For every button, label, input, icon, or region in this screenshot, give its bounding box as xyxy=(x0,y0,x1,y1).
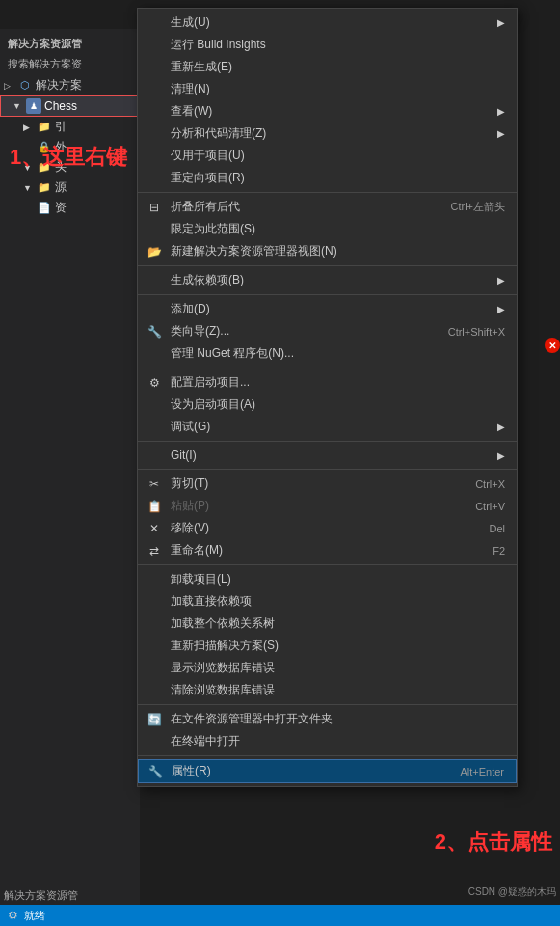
res-icon: 📄 xyxy=(37,201,52,216)
menu-item[interactable]: 🔧属性(R)Alt+Enter xyxy=(138,759,517,783)
menu-item[interactable]: 管理 NuGet 程序包(N)... xyxy=(138,342,517,365)
submenu-arrow-icon: ▶ xyxy=(497,128,505,139)
submenu-arrow-icon: ▶ xyxy=(497,422,505,432)
menu-item-text: 重定向项目(R) xyxy=(171,170,505,186)
menu-item-text: 粘贴(P) xyxy=(171,498,464,514)
menu-item[interactable]: 调试(G)▶ xyxy=(138,416,517,438)
menu-divider xyxy=(138,294,517,295)
menu-item[interactable]: 加载整个依赖关系树 xyxy=(138,613,517,635)
menu-item[interactable]: 清除浏览数据库错误 xyxy=(138,679,517,701)
menu-item[interactable]: 重定向项目(R) xyxy=(138,167,517,189)
watermark: CSDN @疑惑的木玛 xyxy=(468,885,556,899)
sidebar-item-src[interactable]: ▼ 📁 源 xyxy=(0,177,140,198)
menu-item-text: Git(I) xyxy=(171,449,493,462)
annotation-label-2: 2、点击属性 xyxy=(435,828,552,857)
menu-item[interactable]: 生成(U)▶ xyxy=(138,12,517,34)
menu-item-text: 属性(R) xyxy=(172,763,448,779)
menu-item[interactable]: 📂新建解决方案资源管理器视图(N) xyxy=(138,240,517,262)
cut-icon: ✂ xyxy=(146,477,163,491)
menu-item[interactable]: 限定为此范围(S) xyxy=(138,218,517,240)
menu-item-text: 仅用于项目(U) xyxy=(171,148,505,164)
src-arrow: ▼ xyxy=(23,183,37,193)
menu-item[interactable]: Git(I)▶ xyxy=(138,445,517,466)
menu-item[interactable]: 运行 Build Insights xyxy=(138,34,517,56)
submenu-arrow-icon: ▶ xyxy=(497,304,505,314)
menu-divider xyxy=(138,755,517,756)
ref-arrow: ▶ xyxy=(23,123,37,132)
menu-item-text: 卸载项目(L) xyxy=(171,571,505,587)
menu-item[interactable]: 查看(W)▶ xyxy=(138,100,517,123)
menu-item[interactable]: 添加(D)▶ xyxy=(138,298,517,320)
solution-footer-label: 解决方案资源管 xyxy=(4,888,78,903)
menu-shortcut: Ctrl+V xyxy=(475,501,505,512)
status-text: 就绪 xyxy=(24,909,45,923)
sidebar-item-ref[interactable]: ▶ 📁 引 xyxy=(0,117,140,137)
menu-item[interactable]: ⚙配置启动项目... xyxy=(138,371,517,394)
menu-divider xyxy=(138,564,517,565)
menu-item-text: 加载直接依赖项 xyxy=(171,593,505,610)
menu-item[interactable]: 清理(N) xyxy=(138,78,517,100)
bottom-bar: ⚙ 就绪 xyxy=(0,905,560,926)
settings-icon: ⚙ xyxy=(146,376,163,390)
menu-item-text: 在终端中打开 xyxy=(171,733,505,749)
sidebar-title: 解决方案资源管 xyxy=(0,33,140,55)
res-label: 资 xyxy=(55,200,67,216)
src-icon: 📁 xyxy=(37,180,52,196)
src-label: 源 xyxy=(55,179,67,196)
menu-item[interactable]: 重新生成(E) xyxy=(138,56,517,78)
menu-divider xyxy=(138,368,517,368)
menu-item[interactable]: 📋粘贴(P)Ctrl+V xyxy=(138,495,517,517)
menu-item[interactable]: 生成依赖项(B)▶ xyxy=(138,269,517,291)
menu-item[interactable]: 加载直接依赖项 xyxy=(138,590,517,613)
menu-item[interactable]: 显示浏览数据库错误 xyxy=(138,657,517,679)
menu-item-text: 加载整个依赖关系树 xyxy=(171,615,505,632)
submenu-arrow-icon: ▶ xyxy=(497,17,505,28)
sidebar-arrow: ▷ xyxy=(4,81,17,91)
menu-item[interactable]: ✕移除(V)Del xyxy=(138,517,517,539)
submenu-arrow-icon: ▶ xyxy=(497,275,505,286)
menu-item[interactable]: 🔄在文件资源管理器中打开文件夹 xyxy=(138,708,517,730)
refresh-icon: 🔄 xyxy=(146,713,163,726)
menu-item[interactable]: 在终端中打开 xyxy=(138,730,517,752)
context-menu-container: 生成(U)▶运行 Build Insights重新生成(E)清理(N)查看(W)… xyxy=(137,8,518,787)
menu-item[interactable]: ⇄重命名(M)F2 xyxy=(138,539,517,561)
collapse-icon: ⊟ xyxy=(146,201,163,214)
menu-item-text: 配置启动项目... xyxy=(171,374,505,391)
explorer-icon: 📂 xyxy=(146,245,163,259)
menu-item-text: 管理 NuGet 程序包(N)... xyxy=(171,345,505,362)
annotation-label-1: 1、这里右键 xyxy=(10,143,127,172)
solution-icon: ⬡ xyxy=(17,78,33,94)
menu-item-text: 类向导(Z)... xyxy=(171,323,437,340)
ref-icon: 📁 xyxy=(37,120,52,135)
menu-item-text: 设为启动项目(A) xyxy=(171,396,505,413)
menu-item-text: 重命名(M) xyxy=(171,542,481,558)
menu-item-text: 清除浏览数据库错误 xyxy=(171,682,505,698)
chess-label: Chess xyxy=(44,99,77,113)
menu-item-text: 添加(D) xyxy=(171,301,493,317)
menu-divider xyxy=(138,265,517,266)
menu-item[interactable]: 设为启动项目(A) xyxy=(138,394,517,416)
menu-item[interactable]: ✂剪切(T)Ctrl+X xyxy=(138,473,517,495)
sidebar-item-chess[interactable]: ▼ ♟ Chess xyxy=(0,95,140,117)
menu-item-text: 运行 Build Insights xyxy=(171,37,505,53)
menu-item[interactable]: 重新扫描解决方案(S) xyxy=(138,635,517,657)
remove-icon: ✕ xyxy=(146,522,163,535)
menu-item[interactable]: 🔧类向导(Z)...Ctrl+Shift+X xyxy=(138,320,517,342)
menu-divider xyxy=(138,704,517,705)
menu-item[interactable]: 仅用于项目(U) xyxy=(138,145,517,167)
menu-item-text: 显示浏览数据库错误 xyxy=(171,660,505,676)
rename-icon: ⇄ xyxy=(146,544,163,558)
sidebar-item-solution[interactable]: ▷ ⬡ 解决方案 xyxy=(0,75,140,95)
menu-shortcut: Ctrl+左箭头 xyxy=(450,200,505,214)
menu-item-text: 重新扫描解决方案(S) xyxy=(171,638,505,654)
chess-arrow: ▼ xyxy=(13,101,26,111)
menu-item-text: 生成(U) xyxy=(171,14,493,31)
wizard-icon: 🔧 xyxy=(146,325,163,339)
sidebar-search-label: 搜索解决方案资 xyxy=(0,55,140,75)
status-icon: ⚙ xyxy=(8,909,18,922)
menu-item[interactable]: ⊟折叠所有后代Ctrl+左箭头 xyxy=(138,196,517,218)
menu-item[interactable]: 卸载项目(L) xyxy=(138,568,517,590)
menu-item[interactable]: 分析和代码清理(Z)▶ xyxy=(138,123,517,145)
sidebar-item-res[interactable]: 📄 资 xyxy=(0,198,140,218)
chess-icon: ♟ xyxy=(26,98,41,114)
